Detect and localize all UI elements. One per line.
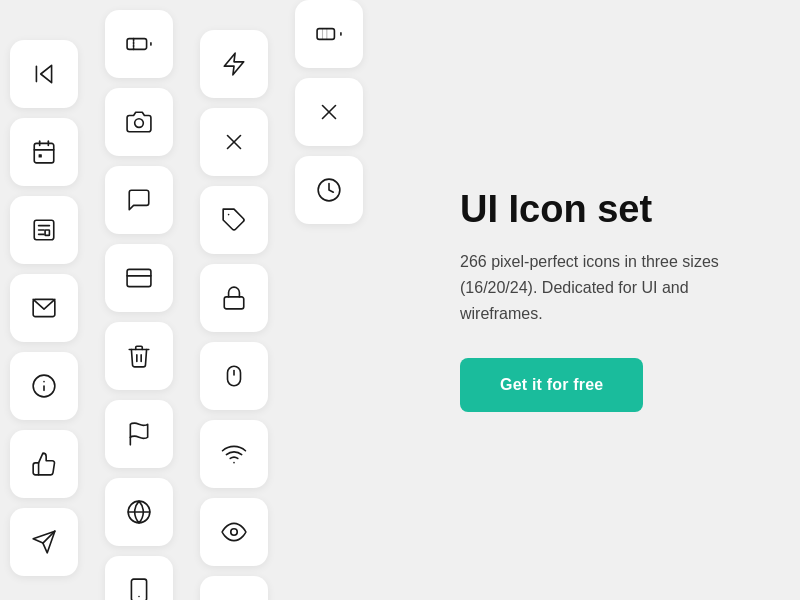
wifi-icon bbox=[221, 441, 247, 467]
globe-icon bbox=[126, 499, 152, 525]
svg-rect-17 bbox=[127, 39, 146, 50]
menu-icon-card bbox=[200, 576, 268, 600]
svg-point-38 bbox=[231, 529, 238, 536]
svg-rect-42 bbox=[317, 29, 334, 40]
svg-marker-30 bbox=[224, 53, 244, 75]
product-description: 266 pixel-perfect icons in three sizes (… bbox=[460, 249, 760, 326]
mouse-icon bbox=[221, 363, 247, 389]
camera-icon bbox=[126, 109, 152, 135]
eye-icon bbox=[221, 519, 247, 545]
get-it-free-button[interactable]: Get it for free bbox=[460, 358, 643, 412]
calendar-icon-card bbox=[10, 118, 78, 186]
creditcard-icon-card bbox=[105, 244, 173, 312]
info-icon bbox=[31, 373, 57, 399]
svg-rect-35 bbox=[228, 366, 241, 386]
info-section: UI Icon set 266 pixel-perfect icons in t… bbox=[420, 188, 800, 412]
message-icon-card bbox=[105, 166, 173, 234]
battery2-icon-card bbox=[295, 0, 363, 68]
svg-point-20 bbox=[135, 119, 144, 128]
newspaper-icon bbox=[31, 217, 57, 243]
icon-column-3 bbox=[200, 20, 268, 600]
thumbsup-icon-card bbox=[10, 430, 78, 498]
zap-icon bbox=[221, 51, 247, 77]
battery-icon bbox=[126, 31, 152, 57]
flag-icon-card bbox=[105, 400, 173, 468]
product-title: UI Icon set bbox=[460, 188, 760, 232]
svg-rect-1 bbox=[34, 143, 54, 163]
x-icon bbox=[221, 129, 247, 155]
icon-column-2 bbox=[105, 0, 173, 600]
tag-icon-card bbox=[200, 186, 268, 254]
x2-icon-card bbox=[295, 78, 363, 146]
thumbsup-icon bbox=[31, 451, 57, 477]
icon-column-1 bbox=[10, 30, 78, 586]
icon-column-4 bbox=[295, 0, 363, 234]
flag-icon bbox=[126, 421, 152, 447]
send-icon bbox=[31, 529, 57, 555]
lock-icon bbox=[221, 285, 247, 311]
message-icon bbox=[126, 187, 152, 213]
x-icon-card bbox=[200, 108, 268, 176]
svg-rect-5 bbox=[39, 154, 42, 157]
trash-icon bbox=[126, 343, 152, 369]
smartphone-icon bbox=[126, 577, 152, 600]
creditcard-icon bbox=[126, 265, 152, 291]
mail-icon-card bbox=[10, 274, 78, 342]
info-icon-card bbox=[10, 352, 78, 420]
camera-icon-card bbox=[105, 88, 173, 156]
calendar-icon bbox=[31, 139, 57, 165]
x2-icon bbox=[316, 99, 342, 125]
icon-grid bbox=[0, 0, 420, 600]
battery2-icon bbox=[316, 21, 342, 47]
globe-icon-card bbox=[105, 478, 173, 546]
trash-icon-card bbox=[105, 322, 173, 390]
clock-icon-card bbox=[295, 156, 363, 224]
eye-icon-card bbox=[200, 498, 268, 566]
svg-rect-10 bbox=[45, 230, 49, 235]
svg-rect-34 bbox=[224, 297, 244, 309]
clock-icon bbox=[316, 177, 342, 203]
send-icon-card bbox=[10, 508, 78, 576]
svg-rect-21 bbox=[127, 269, 151, 286]
skip-back-icon bbox=[31, 61, 57, 87]
wifi-icon-card bbox=[200, 420, 268, 488]
skip-back-icon-card bbox=[10, 40, 78, 108]
mail-icon bbox=[31, 295, 57, 321]
smartphone-icon-card bbox=[105, 556, 173, 600]
newspaper-icon-card bbox=[10, 196, 78, 264]
zap-icon-card bbox=[200, 30, 268, 98]
tag-icon bbox=[221, 207, 247, 233]
lock-icon-card bbox=[200, 264, 268, 332]
mouse-icon-card bbox=[200, 342, 268, 410]
battery-icon-card bbox=[105, 10, 173, 78]
